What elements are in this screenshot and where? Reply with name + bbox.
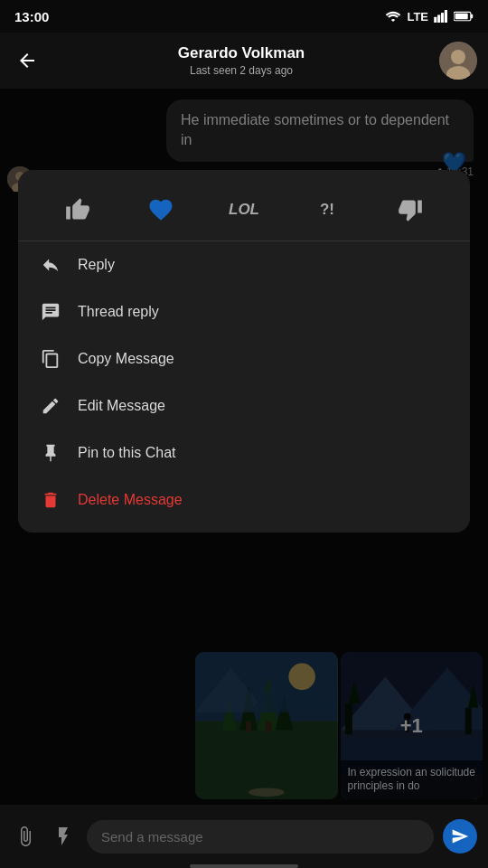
reaction-heart[interactable] [139, 188, 183, 231]
pin-label: Pin to this Chat [78, 445, 176, 461]
chat-area: He immediate sometimes or to dependent i… [0, 89, 488, 805]
thumbs-down-icon [398, 197, 423, 222]
edit-label: Edit Message [78, 398, 165, 414]
message-input[interactable] [87, 820, 434, 854]
header: Gerardo Volkman Last seen 2 days ago [0, 33, 488, 89]
menu-item-thread-reply[interactable]: Thread reply [18, 288, 470, 335]
menu-item-reply[interactable]: Reply [18, 241, 470, 288]
thread-reply-label: Thread reply [78, 304, 159, 320]
back-icon [16, 50, 38, 71]
heart-icon [147, 196, 174, 223]
svg-rect-0 [434, 17, 436, 23]
thumbs-up-icon [65, 197, 90, 222]
surprised-label: ?! [320, 201, 334, 219]
home-indicator [190, 864, 298, 868]
svg-rect-3 [445, 10, 447, 23]
contact-name: Gerardo Volkman [52, 44, 430, 62]
header-info: Gerardo Volkman Last seen 2 days ago [52, 44, 430, 77]
svg-rect-5 [471, 14, 473, 19]
copy-icon [40, 348, 61, 370]
menu-item-delete[interactable]: Delete Message [18, 476, 470, 524]
svg-rect-6 [455, 14, 468, 19]
reaction-lol[interactable]: LOL [222, 188, 266, 231]
input-bar [0, 805, 488, 868]
delete-label: Delete Message [78, 492, 183, 508]
reaction-thumbs-up[interactable] [56, 188, 99, 231]
send-button[interactable] [443, 819, 477, 854]
menu-item-copy[interactable]: Copy Message [18, 335, 470, 382]
battery-icon [454, 11, 474, 22]
send-icon [451, 827, 469, 845]
lte-icon: LTE [407, 10, 428, 24]
wifi-icon [385, 10, 401, 23]
copy-label: Copy Message [78, 351, 174, 367]
lightning-icon [52, 826, 74, 847]
reaction-surprised[interactable]: ?! [305, 188, 349, 231]
reply-label: Reply [78, 257, 115, 273]
edit-icon [40, 395, 61, 417]
delete-icon [40, 489, 61, 511]
svg-rect-2 [441, 13, 444, 23]
thread-reply-icon [40, 301, 61, 323]
context-menu: LOL ?! Reply [18, 170, 470, 533]
attach-button[interactable] [11, 822, 40, 851]
back-button[interactable] [11, 44, 43, 77]
pin-icon [40, 442, 61, 464]
reaction-thumbs-down[interactable] [389, 188, 432, 231]
menu-item-pin[interactable]: Pin to this Chat [18, 429, 470, 476]
contact-status: Last seen 2 days ago [52, 64, 430, 77]
reactions-row: LOL ?! [18, 179, 470, 241]
status-time: 13:00 [14, 9, 49, 24]
svg-point-10 [439, 42, 477, 80]
avatar-image [439, 42, 477, 80]
menu-item-edit[interactable]: Edit Message [18, 382, 470, 429]
reply-icon [40, 254, 61, 276]
avatar[interactable] [439, 42, 477, 80]
status-bar: 13:00 LTE [0, 0, 488, 33]
lol-label: LOL [229, 201, 259, 219]
attach-icon [14, 826, 36, 847]
svg-rect-1 [437, 14, 440, 23]
lightning-button[interactable] [49, 822, 78, 851]
status-icons: LTE [385, 10, 474, 24]
signal-icon [434, 10, 448, 23]
